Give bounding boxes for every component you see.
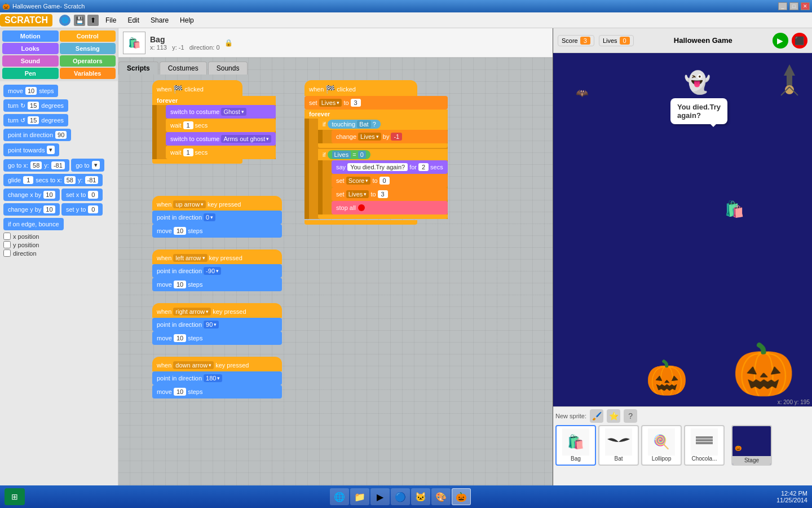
- hat-block-1[interactable]: when 🏁 clicked: [152, 80, 242, 96]
- point-dir-90[interactable]: point in direction 90: [152, 318, 282, 331]
- check-x[interactable]: [3, 233, 11, 240]
- stop-all[interactable]: stop all: [332, 201, 448, 214]
- taskbar-paint[interactable]: 🎨: [431, 488, 451, 505]
- ghost-sprite: 👻: [684, 70, 710, 95]
- cat-operators[interactable]: Operators: [60, 55, 116, 67]
- forever-body-1: switch to costume Ghost wait 1 secs swit…: [152, 105, 276, 159]
- switch-costume-arms[interactable]: switch to costume Arms out ghost: [166, 132, 276, 146]
- speech-bubble: You died.Tryagain?: [670, 98, 727, 124]
- set-score-0[interactable]: set Score to 0: [332, 174, 448, 187]
- move-10-up[interactable]: move 10 steps: [152, 224, 282, 238]
- block-set-x[interactable]: set x to 0: [61, 189, 103, 201]
- check-direction[interactable]: [3, 249, 11, 257]
- close-button[interactable]: ✕: [801, 2, 810, 10]
- block-point-dir[interactable]: point in direction 90: [3, 129, 71, 141]
- block-glide[interactable]: glide 1 secs to x: 58 y: -81: [3, 174, 103, 186]
- if-lives-zero[interactable]: if Lives = 0: [318, 149, 448, 160]
- block-move[interactable]: move 10 steps: [3, 85, 58, 97]
- sprite-card-bag[interactable]: 🛍️ Bag: [555, 425, 596, 466]
- cat-motion[interactable]: Motion: [2, 30, 59, 42]
- block-goto[interactable]: go to ▾: [71, 159, 104, 172]
- if-touching-bat[interactable]: if touching Bat ?: [318, 119, 448, 130]
- tab-sounds[interactable]: Sounds: [208, 62, 248, 75]
- point-dir-0[interactable]: point in direction 0: [152, 211, 282, 224]
- wait-1-secs-1[interactable]: wait 1 secs: [166, 119, 276, 132]
- taskbar-chrome[interactable]: 🔵: [391, 488, 410, 505]
- upload-icon[interactable]: ⬆: [87, 15, 99, 26]
- check-y[interactable]: [3, 241, 11, 248]
- hat-up-arrow[interactable]: when up arrow key pressed: [152, 196, 282, 211]
- block-point-towards[interactable]: point towards ▾: [3, 143, 59, 156]
- checkbox-x-position: x position: [3, 233, 114, 240]
- sprite-name-bag: Bag: [571, 456, 581, 462]
- cat-looks[interactable]: Looks: [2, 43, 59, 54]
- score-badge: Score 3: [558, 35, 594, 46]
- cat-sensing[interactable]: Sensing: [60, 43, 116, 54]
- forever-block-2[interactable]: forever: [304, 110, 448, 119]
- tab-costumes[interactable]: Costumes: [160, 62, 207, 75]
- move-10-left[interactable]: move 10 steps: [152, 278, 282, 291]
- taskbar-media[interactable]: ▶: [370, 488, 390, 505]
- block-goto-xy[interactable]: go to x: 58 y: -81: [3, 159, 69, 172]
- move-10-down[interactable]: move 10 steps: [152, 385, 282, 398]
- menu-file[interactable]: File: [100, 14, 122, 27]
- label-y-position: y position: [13, 242, 39, 248]
- hat-right-arrow[interactable]: when right arrow key pressed: [152, 303, 282, 318]
- red-stop-button[interactable]: ⬛: [792, 33, 807, 49]
- clock-time: 12:42 PM: [776, 490, 807, 497]
- game-title: Halloween Game: [674, 36, 732, 45]
- block-set-y[interactable]: set y to 0: [61, 203, 103, 216]
- wait-1-secs-2[interactable]: wait 1 secs: [166, 146, 276, 159]
- menu-help[interactable]: Help: [174, 14, 200, 27]
- forever-block-1[interactable]: forever: [152, 96, 276, 105]
- set-lives-3b[interactable]: set Lives to 3: [332, 187, 448, 201]
- hat-left-arrow[interactable]: when left arrow key pressed: [152, 249, 282, 264]
- menu-share[interactable]: Share: [145, 14, 174, 27]
- cat-sound[interactable]: Sound: [2, 55, 59, 67]
- sprite-card-bat[interactable]: Bat: [598, 425, 639, 466]
- script-group-1: when 🏁 clicked forever switch to costume…: [152, 80, 276, 164]
- switch-costume-ghost[interactable]: switch to costume Ghost: [166, 105, 276, 119]
- minimize-button[interactable]: _: [778, 2, 787, 10]
- set-lives-3[interactable]: set Lives to 3: [304, 96, 448, 110]
- move-10-right[interactable]: move 10 steps: [152, 331, 282, 345]
- point-dir-neg90[interactable]: point in direction -90: [152, 264, 282, 278]
- paint-sprite-button[interactable]: 🖌️: [590, 409, 603, 423]
- sprite-card-lollipop[interactable]: 🍭 Lollipop: [641, 425, 682, 466]
- save-icon[interactable]: 💾: [74, 15, 85, 26]
- taskbar-ie[interactable]: 🌐: [330, 488, 349, 505]
- titlebar-controls: _ □ ✕: [778, 2, 810, 10]
- taskbar-scratch[interactable]: 🐱: [411, 488, 430, 505]
- menu-edit[interactable]: Edit: [122, 14, 145, 27]
- stage-label: Stage: [732, 456, 771, 465]
- block-change-y[interactable]: change y by 10: [3, 203, 60, 216]
- point-dir-180[interactable]: point in direction 180: [152, 371, 282, 385]
- say-you-died[interactable]: say You died.Try again? for 2 secs: [332, 160, 448, 174]
- cat-control[interactable]: Control: [60, 30, 116, 42]
- maximize-button[interactable]: □: [789, 2, 798, 10]
- sprite-card-chocolate[interactable]: Chocola...: [684, 425, 725, 466]
- start-button[interactable]: ⊞: [5, 488, 25, 505]
- taskbar-files[interactable]: 📁: [350, 488, 369, 505]
- upload-sprite-button[interactable]: ?: [624, 409, 637, 423]
- change-lives-block[interactable]: change Lives by -1: [332, 130, 448, 143]
- hat-down-arrow[interactable]: when down arrow key pressed: [152, 357, 282, 371]
- script-group-2: when 🏁 clicked set Lives to 3 forever if…: [304, 80, 448, 225]
- sprite-coords: x: 113 y: -1 direction: 0: [150, 44, 220, 51]
- game-panel: Score 3 Lives 0 Halloween Game ▶ ⬛ 👻: [553, 28, 812, 508]
- tab-scripts[interactable]: Scripts: [118, 62, 158, 75]
- sprite-lock-icon[interactable]: 🔒: [224, 39, 233, 47]
- stage-card[interactable]: 🎃 Stage: [731, 425, 772, 466]
- cat-variables[interactable]: Variables: [60, 68, 116, 79]
- cat-pen[interactable]: Pen: [2, 68, 59, 79]
- random-sprite-button[interactable]: ⭐: [607, 409, 620, 423]
- globe-icon[interactable]: 🌐: [59, 15, 70, 26]
- block-turn-ccw[interactable]: turn ↺ 15 degrees: [3, 114, 68, 126]
- block-change-x[interactable]: change x by 10: [3, 189, 60, 201]
- taskbar-scratch-active[interactable]: 🎃: [452, 488, 471, 505]
- block-edge-bounce[interactable]: if on edge, bounce: [3, 218, 64, 230]
- green-flag-button[interactable]: ▶: [773, 33, 788, 49]
- block-turn-cw[interactable]: turn ↻ 15 degrees: [3, 99, 68, 112]
- checkbox-direction: direction: [3, 249, 114, 257]
- hat-block-2[interactable]: when 🏁 clicked: [304, 80, 417, 96]
